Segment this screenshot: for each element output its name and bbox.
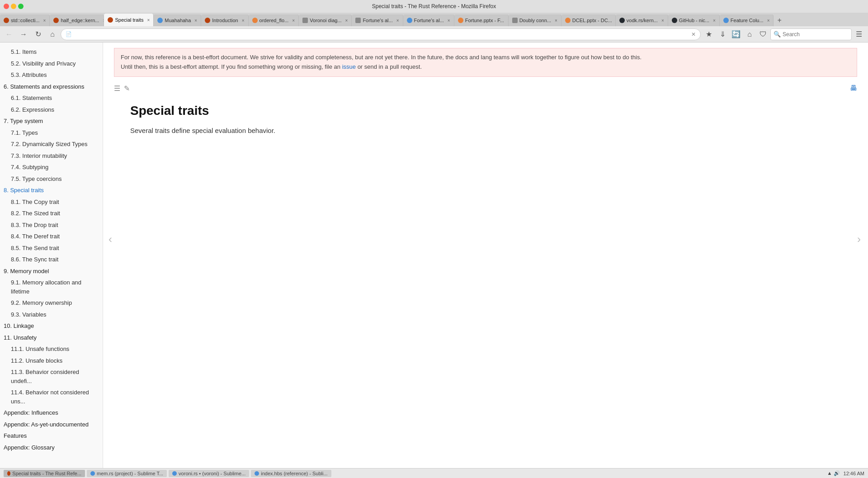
browser-tab-tab-github[interactable]: GitHub - nic...× bbox=[668, 14, 720, 26]
browser-tab-tab-introduction[interactable]: Introduction× bbox=[201, 14, 248, 26]
back-button[interactable]: ← bbox=[3, 28, 15, 41]
tab-close-tab-fortunes-al1[interactable]: × bbox=[396, 18, 399, 23]
prev-page-arrow[interactable]: ‹ bbox=[105, 229, 116, 249]
tab-close-tab-voronoi-diag[interactable]: × bbox=[345, 18, 348, 23]
sidebar-item-attributes[interactable]: 5.3. Attributes bbox=[0, 69, 103, 81]
sidebar-item-linkage[interactable]: 10. Linkage bbox=[0, 320, 103, 332]
sidebar-item-memory-ownership[interactable]: 9.2. Memory ownership bbox=[0, 297, 103, 309]
sidebar-item-appendix-glossary[interactable]: Appendix: Glossary bbox=[0, 442, 103, 454]
sidebar-item-statements-expressions[interactable]: 6. Statements and expressions bbox=[0, 81, 103, 93]
minimize-button[interactable] bbox=[11, 4, 16, 9]
sidebar-item-copy-trait[interactable]: 8.1. The Copy trait bbox=[0, 196, 103, 208]
new-tab-button[interactable]: + bbox=[774, 14, 785, 26]
sidebar-item-unsafe-functions[interactable]: 11.1. Unsafe functions bbox=[0, 343, 103, 355]
sidebar-item-visibility[interactable]: 5.2. Visibility and Privacy bbox=[0, 58, 103, 70]
taskbar-item-item3[interactable]: voroni.rs • (voroni) - Sublime... bbox=[169, 470, 249, 477]
sidebar-item-behavior-considered-undef[interactable]: 11.3. Behavior considered undefi... bbox=[0, 366, 103, 387]
browser-tab-tab-muahahaha[interactable]: Muahahaha× bbox=[154, 14, 201, 26]
sidebar-item-appendix-as-yet[interactable]: Appendix: As-yet-undocumented bbox=[0, 419, 103, 431]
sidebar-item-special-traits[interactable]: 8. Special traits bbox=[0, 185, 103, 196]
close-button[interactable] bbox=[4, 4, 9, 9]
sidebar-item-types[interactable]: 7.1. Types bbox=[0, 127, 103, 139]
sidebar-item-features[interactable]: Features bbox=[0, 430, 103, 442]
sidebar: 5.1. Items5.2. Visibility and Privacy5.3… bbox=[0, 43, 103, 478]
menu-button[interactable]: ☰ bbox=[853, 28, 865, 41]
article: Special traits Several traits define spe… bbox=[103, 95, 510, 154]
tab-close-tab-fortunes-al2[interactable]: × bbox=[448, 18, 450, 23]
sidebar-item-dynamically-sized[interactable]: 7.2. Dynamically Sized Types bbox=[0, 138, 103, 150]
sidebar-item-type-system[interactable]: 7. Type system bbox=[0, 115, 103, 127]
tab-close-tab-feature-colu[interactable]: × bbox=[767, 18, 770, 23]
synced-tabs-button[interactable]: 🔄 bbox=[730, 28, 742, 41]
tab-close-tab-special-traits[interactable]: × bbox=[147, 18, 150, 23]
edit-icon[interactable]: ✎ bbox=[124, 84, 130, 93]
browser-tab-tab-ordered-flo[interactable]: ordered_flo...× bbox=[249, 14, 299, 26]
tab-label-tab-voronoi-diag: Voronoi diag... bbox=[310, 18, 341, 23]
tab-close-tab-std[interactable]: × bbox=[43, 18, 46, 23]
sidebar-item-sync-trait[interactable]: 8.6. The Sync trait bbox=[0, 254, 103, 265]
maximize-button[interactable] bbox=[18, 4, 24, 9]
url-input[interactable]: file:///home/havvy/workspace/rust/refere… bbox=[74, 31, 689, 38]
tab-favicon-tab-ordered-flo bbox=[252, 18, 258, 23]
taskbar-item-item1[interactable]: Special traits - The Rust Refe... bbox=[4, 470, 85, 477]
browser-tab-tab-doubly-conn[interactable]: Doubly conn...× bbox=[509, 14, 561, 26]
tab-close-tab-doubly-conn[interactable]: × bbox=[555, 18, 557, 23]
sidebar-item-drop-trait[interactable]: 8.3. The Drop trait bbox=[0, 219, 103, 231]
taskbar-icon-item3 bbox=[172, 471, 177, 476]
sidebar-item-send-trait[interactable]: 8.5. The Send trait bbox=[0, 242, 103, 254]
tab-close-tab-vodk-rs[interactable]: × bbox=[661, 18, 664, 23]
window-controls[interactable] bbox=[4, 4, 24, 9]
tab-close-tab-github[interactable]: × bbox=[713, 18, 716, 23]
browser-tab-tab-vodk-rs[interactable]: vodk.rs/kern...× bbox=[616, 14, 668, 26]
sidebar-item-subtyping[interactable]: 7.4. Subtyping bbox=[0, 161, 103, 173]
search-input[interactable] bbox=[783, 31, 850, 38]
issue-link[interactable]: issue bbox=[342, 63, 356, 70]
sidebar-item-memory-allocation[interactable]: 9.1. Memory allocation and lifetime bbox=[0, 277, 103, 297]
next-page-arrow[interactable]: › bbox=[854, 229, 864, 249]
tab-close-tab-ordered-flo[interactable]: × bbox=[292, 18, 295, 23]
reload-icon[interactable]: ✕ bbox=[691, 31, 696, 38]
browser-tab-tab-voronoi-diag[interactable]: Voronoi diag...× bbox=[299, 14, 352, 26]
downloads-button[interactable]: ⇓ bbox=[716, 28, 729, 41]
tab-label-tab-github: GitHub - nic... bbox=[679, 18, 709, 23]
browser-tab-tab-fortune-pptx[interactable]: Fortune.pptx - F...× bbox=[454, 14, 509, 26]
tab-favicon-tab-fortunes-al1 bbox=[355, 18, 361, 23]
sidebar-item-items[interactable]: 5.1. Items bbox=[0, 46, 103, 58]
home-nav-button[interactable]: ⌂ bbox=[743, 28, 756, 41]
sidebar-item-appendix-influences[interactable]: Appendix: Influences bbox=[0, 407, 103, 419]
sidebar-item-interior-mutability[interactable]: 7.3. Interior mutability bbox=[0, 150, 103, 162]
browser-tab-tab-dcel-pptx[interactable]: DCEL.pptx - DC...× bbox=[561, 14, 616, 26]
print-icon[interactable]: 🖶 bbox=[850, 84, 857, 92]
search-box[interactable]: 🔍 bbox=[770, 28, 852, 40]
tab-favicon-tab-voronoi-diag bbox=[302, 18, 308, 23]
tab-close-tab-introduction[interactable]: × bbox=[242, 18, 245, 23]
bookmark-star-button[interactable]: ★ bbox=[703, 28, 715, 41]
sidebar-item-variables[interactable]: 9.3. Variables bbox=[0, 309, 103, 321]
browser-tab-tab-half-edge[interactable]: half_edge::kern...× bbox=[50, 14, 104, 26]
browser-tab-tab-special-traits[interactable]: Special traits× bbox=[104, 14, 154, 26]
taskbar-item-item4[interactable]: index.hbs (reference) - Subli... bbox=[251, 470, 331, 477]
browser-tab-tab-fortunes-al2[interactable]: Fortune's al...× bbox=[403, 14, 454, 26]
tab-close-tab-muahahaha[interactable]: × bbox=[194, 18, 197, 23]
shield-button[interactable]: 🛡 bbox=[757, 28, 769, 41]
sidebar-item-type-coercions[interactable]: 7.5. Type coercions bbox=[0, 173, 103, 185]
home-button[interactable]: ⌂ bbox=[46, 28, 59, 41]
browser-tab-tab-fortunes-al1[interactable]: Fortune's al...× bbox=[352, 14, 403, 26]
sidebar-item-behavior-not-considered-uns[interactable]: 11.4. Behavior not considered uns... bbox=[0, 387, 103, 407]
toc-icon[interactable]: ☰ bbox=[114, 84, 120, 93]
taskbar-item-item2[interactable]: mem.rs (project) - Sublime T... bbox=[87, 470, 167, 477]
reload-button[interactable]: ↻ bbox=[32, 28, 44, 41]
title-bar: Special traits - The Rust Reference - Mo… bbox=[0, 0, 868, 13]
sidebar-item-unsafety[interactable]: 11. Unsafety bbox=[0, 332, 103, 344]
browser-tab-tab-std[interactable]: std::collecti...× bbox=[0, 14, 50, 26]
sidebar-item-deref-trait[interactable]: 8.4. The Deref trait bbox=[0, 231, 103, 242]
sidebar-item-sized-trait[interactable]: 8.2. The Sized trait bbox=[0, 208, 103, 219]
browser-tab-tab-feature-colu[interactable]: Feature Colu...× bbox=[720, 14, 774, 26]
forward-button[interactable]: → bbox=[17, 28, 30, 41]
url-bar[interactable]: 📄 file:///home/havvy/workspace/rust/refe… bbox=[61, 28, 701, 40]
sidebar-item-memory-model[interactable]: 9. Memory model bbox=[0, 265, 103, 277]
sidebar-item-statements[interactable]: 6.1. Statements bbox=[0, 92, 103, 104]
sidebar-item-expressions[interactable]: 6.2. Expressions bbox=[0, 104, 103, 116]
sidebar-item-unsafe-blocks[interactable]: 11.2. Unsafe blocks bbox=[0, 355, 103, 367]
taskbar: Special traits - The Rust Refe...mem.rs … bbox=[4, 470, 331, 477]
